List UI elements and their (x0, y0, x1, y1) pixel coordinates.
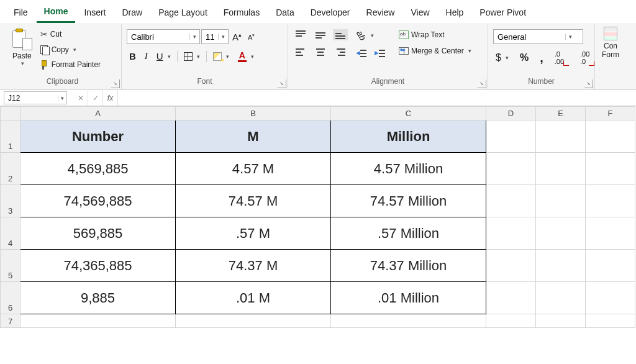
align-bottom-button[interactable] (333, 29, 348, 40)
menu-help[interactable]: Help (438, 4, 471, 22)
paste-button[interactable]: Paste (9, 28, 35, 68)
font-color-button[interactable]: A (235, 49, 257, 63)
wrap-text-button[interactable]: Wrap Text (396, 29, 474, 40)
align-middle-button[interactable] (313, 29, 328, 40)
col-header-B[interactable]: B (176, 107, 331, 121)
cell-D6[interactable] (486, 282, 536, 314)
menu-file[interactable]: File (6, 4, 35, 22)
menu-page-layout[interactable]: Page Layout (151, 4, 215, 22)
row-header-5[interactable]: 5 (1, 250, 20, 282)
menu-developer[interactable]: Developer (303, 4, 358, 22)
menu-review[interactable]: Review (359, 4, 402, 22)
cell-A4[interactable]: 569,885 (20, 217, 176, 250)
select-all-corner[interactable] (1, 107, 20, 121)
cell-A5[interactable]: 74,365,885 (20, 250, 176, 282)
bold-button[interactable]: B (127, 50, 139, 63)
cell-C2[interactable]: 4.57 Million (331, 153, 486, 185)
cell-F4[interactable] (586, 217, 635, 250)
align-top-button[interactable] (293, 29, 308, 40)
cell-F7[interactable] (586, 314, 635, 328)
cell-D3[interactable] (486, 185, 536, 217)
underline-button[interactable]: U (154, 50, 173, 63)
font-dialog-launcher[interactable] (278, 80, 286, 88)
cell-D1[interactable] (486, 121, 536, 153)
cell-D7[interactable] (486, 314, 536, 328)
cell-B5[interactable]: 74.37 M (176, 250, 331, 282)
cell-F2[interactable] (586, 153, 635, 185)
cut-button[interactable]: ✂ Cut (38, 28, 103, 40)
name-box[interactable]: ▾ (4, 91, 67, 104)
alignment-dialog-launcher[interactable] (478, 80, 486, 88)
row-header-2[interactable]: 2 (1, 153, 20, 185)
number-dialog-launcher[interactable] (584, 80, 593, 88)
menu-home[interactable]: Home (37, 2, 76, 23)
cell-D5[interactable] (486, 250, 536, 282)
menu-data[interactable]: Data (268, 4, 302, 22)
cell-C4[interactable]: .57 Million (331, 217, 486, 250)
cell-F6[interactable] (586, 282, 635, 314)
menu-view[interactable]: View (403, 4, 437, 22)
number-format-combo[interactable]: ▾ (493, 29, 583, 44)
format-painter-button[interactable]: Format Painter (38, 59, 103, 70)
cell-A3[interactable]: 74,569,885 (20, 185, 176, 217)
chevron-down-icon[interactable]: ▾ (58, 95, 66, 101)
col-header-E[interactable]: E (536, 107, 586, 121)
menu-formulas[interactable]: Formulas (216, 4, 267, 22)
cell-F5[interactable] (586, 250, 635, 282)
cell-C1[interactable]: Million (331, 121, 486, 153)
copy-button[interactable]: Copy (38, 44, 103, 55)
increase-indent-button[interactable] (373, 48, 388, 59)
cell-F1[interactable] (586, 121, 635, 153)
cell-A7[interactable] (20, 314, 176, 328)
row-header-1[interactable]: 1 (1, 121, 20, 153)
insert-function-button[interactable]: fx (103, 90, 118, 106)
align-left-button[interactable] (293, 47, 308, 58)
font-size-combo[interactable]: ▾ (201, 29, 229, 44)
font-name-input[interactable] (127, 32, 189, 42)
font-size-input[interactable] (202, 32, 218, 42)
decrease-font-size-button[interactable]: A▾ (245, 32, 257, 42)
cell-E5[interactable] (536, 250, 586, 282)
fill-color-button[interactable] (211, 51, 232, 62)
cell-F3[interactable] (586, 185, 635, 217)
percent-style-button[interactable]: % (517, 51, 531, 65)
font-name-combo[interactable]: ▾ (127, 29, 200, 44)
row-header-6[interactable]: 6 (1, 282, 20, 314)
cancel-button[interactable]: ✕ (73, 90, 88, 106)
col-header-A[interactable]: A (20, 107, 176, 121)
cell-E3[interactable] (536, 185, 586, 217)
cell-C3[interactable]: 74.57 Million (331, 185, 486, 217)
orientation-button[interactable]: ab (354, 29, 388, 42)
row-header-4[interactable]: 4 (1, 217, 20, 250)
decrease-decimal-button[interactable]: .00.0 (578, 49, 597, 66)
cell-E7[interactable] (536, 314, 586, 328)
italic-button[interactable]: I (142, 50, 150, 63)
menu-power-pivot[interactable]: Power Pivot (472, 4, 534, 22)
decrease-indent-button[interactable] (354, 48, 369, 59)
cell-A6[interactable]: 9,885 (20, 282, 176, 314)
cell-D2[interactable] (486, 153, 536, 185)
cell-E1[interactable] (536, 121, 586, 153)
merge-center-button[interactable]: Merge & Center (396, 45, 474, 57)
enter-button[interactable]: ✓ (88, 90, 103, 106)
cell-E6[interactable] (536, 282, 586, 314)
col-header-D[interactable]: D (486, 107, 536, 121)
comma-style-button[interactable]: , (537, 53, 546, 62)
borders-button[interactable] (181, 51, 202, 62)
row-header-3[interactable]: 3 (1, 185, 20, 217)
row-header-7[interactable]: 7 (1, 314, 20, 328)
cell-B1[interactable]: M (176, 121, 331, 153)
cell-C6[interactable]: .01 Million (331, 282, 486, 314)
increase-font-size-button[interactable]: A▴ (230, 30, 244, 43)
col-header-F[interactable]: F (586, 107, 635, 121)
cell-B3[interactable]: 74.57 M (176, 185, 331, 217)
cell-B6[interactable]: .01 M (176, 282, 331, 314)
formula-input[interactable] (118, 90, 636, 106)
cell-E4[interactable] (536, 217, 586, 250)
name-box-input[interactable] (4, 94, 58, 102)
menu-insert[interactable]: Insert (76, 4, 113, 22)
cell-B7[interactable] (176, 314, 331, 328)
col-header-C[interactable]: C (331, 107, 486, 121)
conditional-formatting-button[interactable]: Con Form (598, 25, 623, 60)
cell-C7[interactable] (331, 314, 486, 328)
